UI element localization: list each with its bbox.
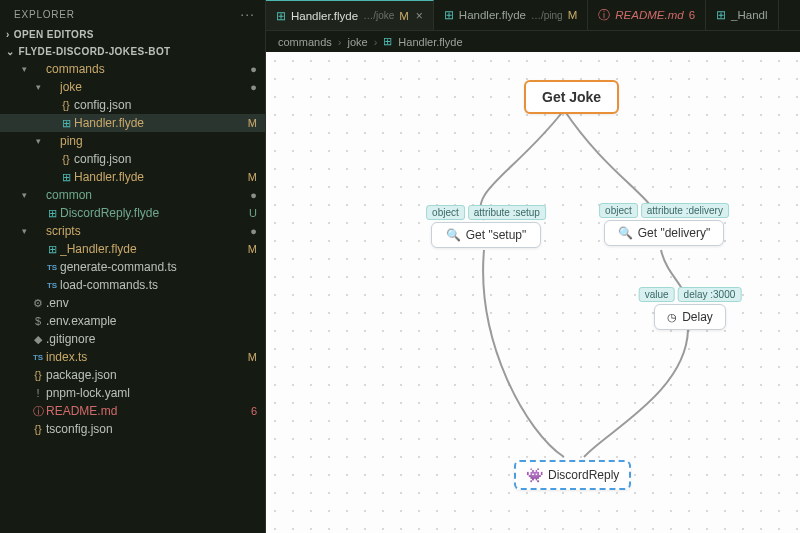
- git-badge: M: [248, 351, 257, 363]
- tab-badge: 6: [689, 9, 695, 21]
- open-editors-section[interactable]: › OPEN EDITORS: [0, 26, 265, 43]
- editor-area: ⊞Handler.flyde…/jokeM×⊞Handler.flyde…/pi…: [266, 0, 800, 533]
- git-badge: ●: [250, 81, 257, 93]
- file-tree-row[interactable]: {}config.json: [0, 96, 265, 114]
- node-get-joke[interactable]: Get Joke: [524, 80, 619, 114]
- project-section[interactable]: ⌄ FLYDE-DISCORD-JOKES-BOT: [0, 43, 265, 60]
- node-get-delivery[interactable]: object attribute :delivery 🔍 Get "delive…: [604, 220, 724, 246]
- file-tree-row[interactable]: ⚙.env: [0, 294, 265, 312]
- file-label: generate-command.ts: [60, 260, 253, 274]
- file-icon: $: [30, 315, 46, 327]
- file-icon: {}: [58, 153, 74, 165]
- file-label: pnpm-lock.yaml: [46, 386, 253, 400]
- tab-path: …/joke: [363, 10, 394, 21]
- file-icon: ⚙: [30, 297, 46, 310]
- file-tree-row[interactable]: !pnpm-lock.yaml: [0, 384, 265, 402]
- file-label: .gitignore: [46, 332, 253, 346]
- file-label: Handler.flyde: [74, 170, 244, 184]
- port[interactable]: value: [639, 287, 675, 302]
- chevron-icon: ▾: [18, 226, 30, 236]
- file-label: .env: [46, 296, 253, 310]
- file-tree-row[interactable]: ▾commands●: [0, 60, 265, 78]
- breadcrumb-seg[interactable]: Handler.flyde: [398, 36, 462, 48]
- file-tree-row[interactable]: ▾joke●: [0, 78, 265, 96]
- port[interactable]: attribute :delivery: [641, 203, 729, 218]
- node-label: Get "setup": [466, 228, 527, 242]
- git-badge: ●: [250, 63, 257, 75]
- flow-canvas[interactable]: Get Joke object attribute :setup 🔍 Get "…: [266, 52, 800, 533]
- file-tree-row[interactable]: {}tsconfig.json: [0, 420, 265, 438]
- file-tree-row[interactable]: TSload-commands.ts: [0, 276, 265, 294]
- tab-file-icon: ⊞: [276, 9, 286, 23]
- port[interactable]: attribute :setup: [468, 205, 546, 220]
- file-icon: ⊞: [44, 243, 60, 256]
- search-icon: 🔍: [446, 228, 461, 242]
- git-badge: U: [249, 207, 257, 219]
- file-tree-row[interactable]: {}config.json: [0, 150, 265, 168]
- breadcrumb-seg[interactable]: commands: [278, 36, 332, 48]
- editor-tab[interactable]: ⓘREADME.md6: [588, 0, 706, 30]
- editor-tab[interactable]: ⊞_Handl: [706, 0, 778, 30]
- editor-tab[interactable]: ⊞Handler.flyde…/jokeM×: [266, 0, 434, 30]
- file-label: common: [46, 188, 246, 202]
- file-tree-row[interactable]: ⊞_Handler.flydeM: [0, 240, 265, 258]
- file-tree-row[interactable]: ⊞Handler.flydeM: [0, 168, 265, 186]
- file-tree-row[interactable]: ⓘREADME.md6: [0, 402, 265, 420]
- node-label: Get "delivery": [638, 226, 711, 240]
- port[interactable]: delay :3000: [678, 287, 742, 302]
- file-tree-row[interactable]: ◆.gitignore: [0, 330, 265, 348]
- node-delay[interactable]: value delay :3000 ◷ Delay: [654, 304, 726, 330]
- file-label: tsconfig.json: [46, 422, 253, 436]
- tab-bar: ⊞Handler.flyde…/jokeM×⊞Handler.flyde…/pi…: [266, 0, 800, 30]
- explorer-title: EXPLORER: [14, 9, 75, 20]
- node-label: DiscordReply: [548, 468, 619, 482]
- file-label: joke: [60, 80, 246, 94]
- breadcrumb-seg[interactable]: joke: [347, 36, 367, 48]
- chevron-icon: ▾: [32, 136, 44, 146]
- port[interactable]: object: [599, 203, 638, 218]
- node-discord-reply[interactable]: 👾 DiscordReply: [514, 460, 631, 490]
- editor-tab[interactable]: ⊞Handler.flyde…/pingM: [434, 0, 588, 30]
- breadcrumb[interactable]: commands › joke › ⊞ Handler.flyde: [266, 30, 800, 52]
- search-icon: 🔍: [618, 226, 633, 240]
- file-tree-row[interactable]: ⊞Handler.flydeM: [0, 114, 265, 132]
- file-tree: ▾commands●▾joke●{}config.json⊞Handler.fl…: [0, 60, 265, 533]
- explorer-header: EXPLORER ···: [0, 0, 265, 26]
- file-tree-row[interactable]: $.env.example: [0, 312, 265, 330]
- tab-file-icon: ⓘ: [598, 8, 610, 23]
- file-label: config.json: [74, 98, 253, 112]
- explorer-more-icon[interactable]: ···: [240, 6, 255, 22]
- node-ports: object attribute :delivery: [596, 203, 732, 220]
- file-label: DiscordReply.flyde: [60, 206, 245, 220]
- git-badge: M: [248, 117, 257, 129]
- file-tree-row[interactable]: ▾scripts●: [0, 222, 265, 240]
- file-icon: ◆: [30, 333, 46, 346]
- file-tree-row[interactable]: ▾common●: [0, 186, 265, 204]
- chevron-down-icon: ⌄: [6, 46, 14, 57]
- discord-icon: 👾: [526, 467, 543, 483]
- close-icon[interactable]: ×: [416, 9, 423, 23]
- chevron-icon: ▾: [18, 190, 30, 200]
- chevron-right-icon: ›: [338, 36, 342, 48]
- port[interactable]: object: [426, 205, 465, 220]
- file-tree-row[interactable]: ▾ping: [0, 132, 265, 150]
- file-tree-row[interactable]: TSgenerate-command.ts: [0, 258, 265, 276]
- file-label: Handler.flyde: [74, 116, 244, 130]
- file-label: README.md: [46, 404, 247, 418]
- file-icon: !: [30, 387, 46, 399]
- node-ports: object attribute :setup: [423, 205, 549, 222]
- clock-icon: ◷: [667, 311, 677, 324]
- file-icon: ⊞: [58, 171, 74, 184]
- file-tree-row[interactable]: {}package.json: [0, 366, 265, 384]
- chevron-right-icon: ›: [374, 36, 378, 48]
- file-icon: TS: [30, 353, 46, 362]
- file-tree-row[interactable]: TSindex.tsM: [0, 348, 265, 366]
- file-label: commands: [46, 62, 246, 76]
- node-get-setup[interactable]: object attribute :setup 🔍 Get "setup": [431, 222, 541, 248]
- file-label: .env.example: [46, 314, 253, 328]
- node-label: Get Joke: [542, 89, 601, 105]
- file-icon: {}: [30, 369, 46, 381]
- tab-file-icon: ⊞: [444, 8, 454, 22]
- tab-label: README.md: [615, 9, 683, 21]
- file-tree-row[interactable]: ⊞DiscordReply.flydeU: [0, 204, 265, 222]
